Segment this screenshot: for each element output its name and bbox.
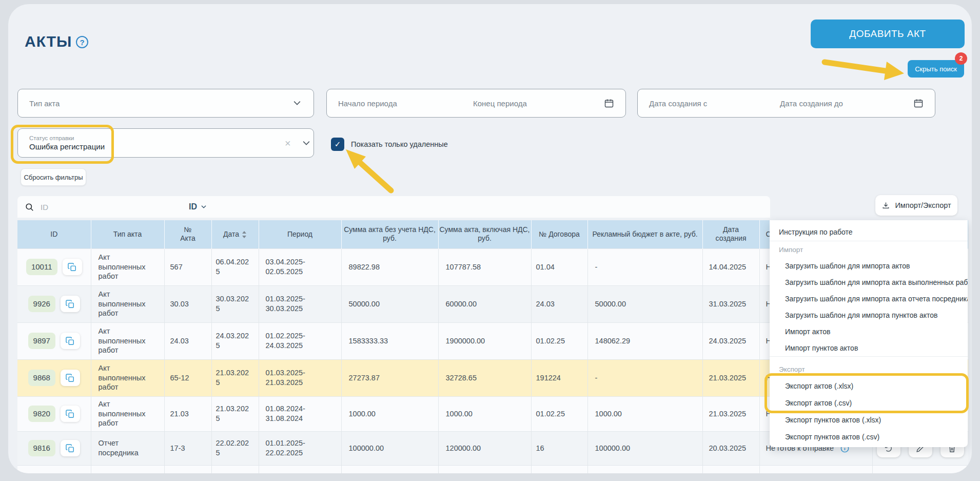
import-export-button[interactable]: Импорт/Экспорт (875, 195, 957, 216)
send-status-label: Статус отправки (29, 135, 105, 141)
copy-id-button[interactable] (61, 406, 80, 422)
col-header-period[interactable]: Период (259, 220, 341, 248)
menu-item[interactable]: Экспорт пунктов актов (.xlsx) (770, 411, 968, 428)
ad-budget-cell: 1000.00 (587, 396, 702, 431)
menu-item[interactable]: Импорт актов (770, 323, 968, 340)
search-field-selector-value: ID (189, 202, 197, 211)
created-date-cell (702, 465, 759, 473)
help-icon[interactable]: ? (76, 36, 88, 48)
menu-item[interactable]: Экспорт пунктов актов (.csv) (770, 428, 968, 445)
reset-filters-button[interactable]: Сбросить фильтры (21, 168, 86, 186)
filter-count-badge: 2 (955, 52, 967, 65)
copy-id-button[interactable] (61, 296, 80, 312)
act-type-cell: Акт выполненных работ (91, 248, 164, 285)
sum-no-vat-cell: 89822.98 (341, 248, 438, 285)
act-date-cell: 21.03.2025 (211, 359, 259, 396)
created-range-input[interactable]: Дата создания с Дата создания до (637, 89, 935, 118)
act-number-cell: 17-3 (164, 431, 211, 465)
id-cell: 9926 (17, 285, 91, 322)
calendar-icon[interactable] (604, 98, 614, 108)
page-title: АКТЫ (25, 33, 72, 50)
period-range-input[interactable]: Начало периода Конец периода (326, 89, 626, 118)
copy-icon (65, 373, 75, 383)
arrow-to-show-deleted-checkbox (346, 149, 391, 190)
col-header-sum-no-vat[interactable]: Сумма акта без учета НДС, руб. (341, 220, 438, 248)
act-type-cell: Акт выполненных работ (91, 359, 164, 396)
id-cell: 10011 (17, 248, 91, 285)
sort-icon[interactable] (242, 231, 247, 238)
period-cell: 01.02.2025-24.03.2025 (259, 322, 341, 359)
clear-icon[interactable]: × (285, 138, 291, 148)
add-act-button[interactable]: ДОБАВИТЬ АКТ (811, 20, 965, 48)
copy-id-button[interactable] (61, 440, 80, 456)
ad-budget-cell: - (587, 359, 702, 396)
act-number-cell (164, 465, 211, 473)
created-date-cell: 21.03.2025 (702, 396, 759, 431)
col-header-act-no[interactable]: № Акта (164, 220, 211, 248)
sum-no-vat-cell: 50000.00 (341, 285, 438, 322)
contract-number-cell: 01.02.25 (531, 322, 587, 359)
chevron-down-icon[interactable] (301, 138, 311, 148)
act-number-cell: 24.03 (164, 322, 211, 359)
send-status-value: Ошибка регистрации (29, 142, 105, 151)
col-header-date[interactable]: Дата (211, 220, 259, 248)
menu-item[interactable]: Экспорт актов (.csv) (770, 394, 968, 411)
calendar-icon[interactable] (913, 98, 924, 108)
period-cell: 01.08.2024-31.08.2024 (259, 396, 341, 431)
sum-no-vat-cell: 1583333.33 (341, 322, 438, 359)
menu-item[interactable]: Загрузить шаблон для импорта акта выполн… (770, 274, 968, 291)
col-header-created[interactable]: Дата создания (702, 220, 759, 248)
act-number-cell: 21.03 (164, 396, 211, 431)
act-type-placeholder: Тип акта (29, 99, 60, 108)
id-cell: 9868 (17, 359, 91, 396)
search-input[interactable] (41, 203, 164, 211)
search-field-selector[interactable]: ID (189, 202, 207, 211)
act-type-select[interactable]: Тип акта (17, 89, 314, 118)
sum-with-vat-cell: 1000.00 (438, 396, 531, 431)
copy-icon (65, 299, 75, 309)
hide-search-button[interactable]: Скрыть поиск (908, 60, 964, 78)
menu-item[interactable]: Загрузить шаблон для импорта акта отчета… (770, 291, 968, 307)
table-row[interactable] (17, 465, 968, 473)
search-bar: ID (17, 196, 770, 218)
id-cell: 9816 (17, 431, 91, 465)
copy-id-button[interactable] (61, 333, 80, 349)
acts-page-card: АКТЫ ? ДОБАВИТЬ АКТ Скрыть поиск 2 Тип а… (8, 4, 972, 473)
copy-icon (65, 336, 75, 346)
copy-id-button[interactable] (61, 370, 80, 386)
id-cell: 9897 (17, 322, 91, 359)
col-header-type[interactable]: Тип акта (91, 220, 164, 248)
id-cell: 9820 (17, 396, 91, 431)
act-type-cell: Акт выполненных работ (91, 322, 164, 359)
download-icon (881, 201, 890, 210)
col-header-sum-with-vat[interactable]: Сумма акта, включая НДС, руб. (438, 220, 531, 248)
sum-with-vat-cell: 1900000.00 (438, 322, 531, 359)
menu-item[interactable]: Импорт пунктов актов (770, 340, 968, 356)
contract-number-cell: 01.02.25 (531, 396, 587, 431)
menu-item[interactable]: Экспорт актов (.xlsx) (770, 377, 968, 394)
send-status-select[interactable]: Статус отправки Ошибка регистрации × (17, 128, 314, 158)
act-date-cell: 06.04.2025 (211, 248, 259, 285)
created-date-cell: 20.03.2025 (702, 431, 759, 465)
menu-item[interactable]: Загрузить шаблон для импорта пунктов акт… (770, 307, 968, 323)
menu-section-label: Экспорт (770, 361, 968, 377)
contract-number-cell (531, 465, 587, 473)
period-cell: 01.03.2025-21.03.2025 (259, 359, 341, 396)
send-status-cell (759, 465, 872, 473)
col-header-id[interactable]: ID (17, 220, 91, 248)
copy-icon (67, 262, 77, 272)
col-header-ad-budget[interactable]: Рекламный бюджет в акте, руб. (587, 220, 702, 248)
act-type-cell: Акт выполненных работ (91, 285, 164, 322)
import-export-label: Импорт/Экспорт (895, 201, 951, 209)
menu-item-instruction[interactable]: Инструкция по работе (770, 223, 968, 241)
col-header-contract-no[interactable]: № Договора (531, 220, 587, 248)
copy-id-button[interactable] (63, 259, 82, 275)
act-id-badge: 9868 (28, 370, 55, 386)
period-cell: 03.04.2025-02.05.2025 (259, 248, 341, 285)
menu-item[interactable]: Загрузить шаблон для импорта актов (770, 258, 968, 274)
act-date-cell: 24.03.2025 (211, 322, 259, 359)
period-cell (259, 465, 341, 473)
show-deleted-checkbox[interactable]: ✓ (331, 138, 344, 151)
act-number-cell: 567 (164, 248, 211, 285)
created-date-cell: 21.03.2025 (702, 359, 759, 396)
